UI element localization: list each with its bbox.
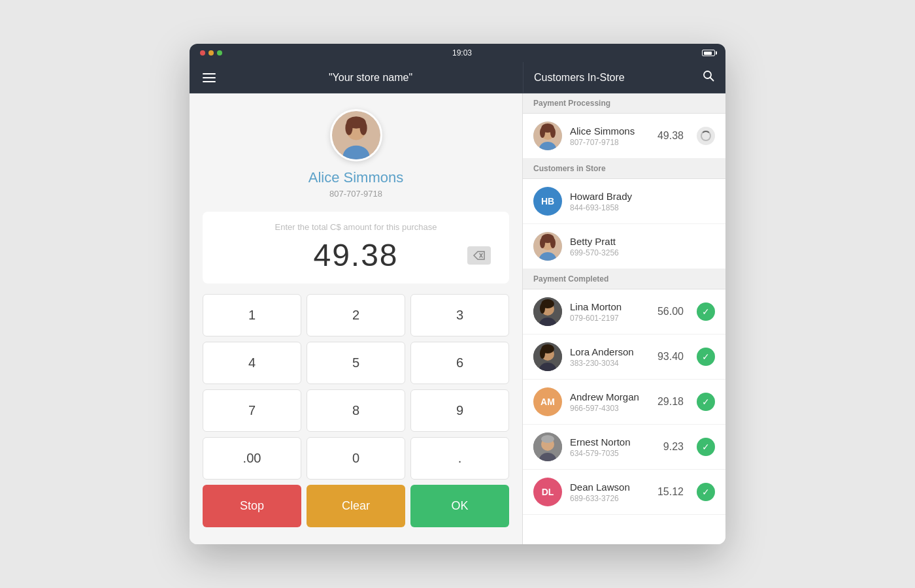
complete-status-icon: ✓ (697, 483, 715, 501)
customer-phone: 634-579-7035 (570, 449, 656, 458)
customer-name: Ernest Norton (570, 436, 656, 448)
amount-display: 49.38 (216, 237, 496, 273)
hamburger-line (203, 73, 216, 74)
hamburger-line (203, 77, 216, 78)
customer-row[interactable]: HBHoward Brady844-693-1858 (523, 179, 725, 224)
customer-name: Howard Brady (570, 191, 715, 202)
customer-info: Lora Anderson383-230-3034 (570, 346, 650, 368)
svg-line-1 (710, 78, 714, 81)
customer-info: Dean Lawson689-633-3726 (570, 482, 650, 503)
customer-row[interactable]: Lina Morton079-601-219756.00✓ (523, 289, 725, 335)
num-btn-4[interactable]: 4 (203, 342, 301, 384)
pos-panel: Alice Simmons 807-707-9718 Enter the tot… (190, 93, 523, 544)
num-btn-0[interactable]: 0 (307, 437, 405, 480)
battery-indicator (702, 50, 715, 56)
customer-avatar (533, 232, 562, 261)
device-frame: 19:03 "Your store name" Customers In-Sto… (190, 44, 725, 544)
pos-customer-phone: 807-707-9718 (329, 189, 382, 199)
customer-amount: 15.12 (657, 486, 684, 498)
customer-phone: 689-633-3726 (570, 494, 650, 503)
num-btn-7[interactable]: 7 (203, 389, 301, 432)
stop-button[interactable]: Stop (203, 485, 301, 527)
amount-label: Enter the total C$ amount for this purch… (216, 222, 496, 232)
customer-avatar (533, 297, 562, 326)
num-btn-5[interactable]: 5 (307, 342, 405, 384)
customer-row[interactable]: Lora Anderson383-230-303493.40✓ (523, 335, 725, 380)
maximize-dot (217, 50, 222, 56)
customer-amount: 93.40 (657, 351, 684, 363)
section-header: Payment Processing (523, 93, 725, 114)
customer-name: Lora Anderson (570, 346, 650, 357)
processing-status-icon (697, 127, 715, 145)
svg-point-6 (345, 121, 352, 135)
customer-row[interactable]: AMAndrew Morgan966-597-430329.18✓ (523, 380, 725, 425)
customer-info: Andrew Morgan966-597-4303 (570, 391, 650, 413)
customer-phone: 966-597-4303 (570, 404, 650, 413)
hamburger-line (203, 81, 216, 82)
svg-point-14 (540, 127, 545, 138)
backspace-button[interactable] (467, 246, 491, 265)
customer-info: Alice Simmons807-707-9718 (570, 125, 650, 147)
num-btn-3[interactable]: 3 (410, 294, 509, 336)
customer-amount: 9.23 (663, 441, 684, 453)
customer-name: Betty Pratt (570, 236, 715, 247)
clear-button[interactable]: Clear (307, 485, 405, 527)
complete-status-icon: ✓ (697, 393, 715, 411)
num-btn-9[interactable]: 9 (410, 389, 509, 432)
ok-button[interactable]: OK (410, 485, 509, 527)
svg-point-15 (550, 127, 556, 138)
complete-status-icon: ✓ (697, 438, 715, 456)
action-buttons: Stop Clear OK (203, 485, 509, 527)
customer-phone: 079-601-2197 (570, 314, 650, 323)
customer-info: Ernest Norton634-579-7035 (570, 436, 656, 458)
customer-avatar: DL (533, 478, 562, 506)
customer-phone: 807-707-9718 (570, 138, 650, 147)
store-name-title: "Your store name" (229, 72, 512, 84)
customer-name: Andrew Morgan (570, 391, 650, 402)
main-content: Alice Simmons 807-707-9718 Enter the tot… (190, 93, 725, 544)
pos-customer-name: Alice Simmons (308, 169, 403, 186)
header-right: Customers In-Store (523, 62, 725, 93)
customers-panel-title: Customers In-Store (534, 72, 625, 84)
battery-icon (702, 50, 715, 56)
customer-row[interactable]: Ernest Norton634-579-70359.23✓ (523, 425, 725, 470)
svg-point-35 (541, 435, 554, 443)
svg-point-26 (540, 303, 545, 314)
amount-area: Enter the total C$ amount for this purch… (203, 212, 509, 284)
customer-amount: 56.00 (657, 306, 684, 318)
customer-avatar (533, 433, 562, 461)
customer-phone: 383-230-3034 (570, 359, 650, 368)
customers-panel: Payment Processing Alice Simmons807-707-… (523, 93, 725, 544)
customer-row[interactable]: Alice Simmons807-707-971849.38 (523, 114, 725, 159)
battery-fill (704, 52, 712, 55)
search-button[interactable] (702, 69, 715, 86)
numpad: 1 2 3 4 5 6 7 8 9 .00 0 . (203, 294, 509, 480)
status-time: 19:03 (452, 48, 472, 57)
customer-avatar: AM (533, 387, 562, 416)
customer-row[interactable]: Betty Pratt699-570-3256 (523, 224, 725, 269)
minimize-dot (208, 50, 214, 56)
customer-amount: 29.18 (657, 396, 684, 408)
customer-row[interactable]: DLDean Lawson689-633-372615.12✓ (523, 470, 725, 515)
customer-avatar (533, 342, 562, 371)
num-btn-2[interactable]: 2 (307, 294, 405, 336)
customer-name: Dean Lawson (570, 482, 650, 493)
num-btn-1[interactable]: 1 (203, 294, 301, 336)
num-btn-double-zero[interactable]: .00 (203, 437, 301, 480)
customer-phone: 699-570-3256 (570, 248, 715, 257)
hamburger-button[interactable] (200, 71, 218, 85)
customer-amount: 49.38 (657, 130, 684, 142)
svg-point-31 (540, 348, 545, 359)
section-header: Customers in Store (523, 159, 725, 179)
customer-info: Lina Morton079-601-2197 (570, 301, 650, 323)
num-btn-decimal[interactable]: . (410, 437, 509, 480)
complete-status-icon: ✓ (697, 348, 715, 366)
customer-info: Howard Brady844-693-1858 (570, 191, 715, 212)
window-controls (200, 50, 222, 56)
svg-point-7 (359, 121, 367, 135)
customer-avatar (533, 122, 562, 150)
customer-avatar: HB (533, 187, 562, 216)
num-btn-6[interactable]: 6 (410, 342, 509, 384)
num-btn-8[interactable]: 8 (307, 389, 405, 432)
customer-name: Lina Morton (570, 301, 650, 312)
